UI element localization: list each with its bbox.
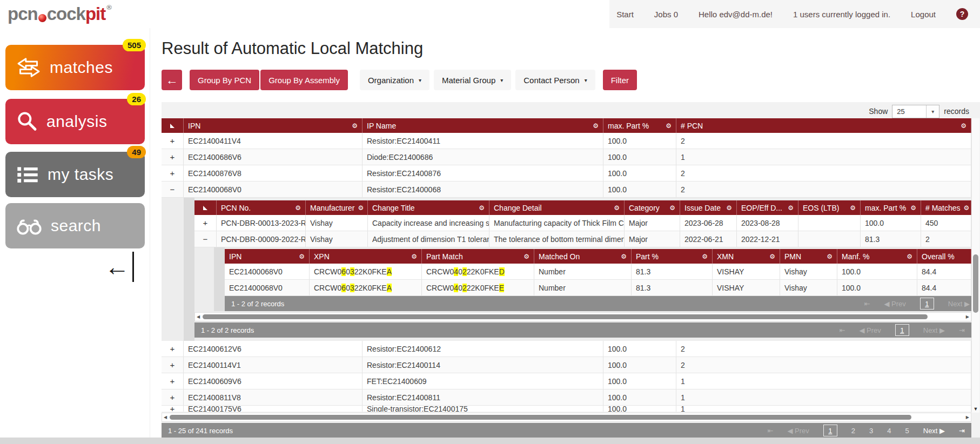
page-size-select[interactable]: 25 ▾ [892,105,939,118]
table-row[interactable]: + EC21400686V6 Diode:EC21400686 100.0 1 [162,149,971,165]
col-header-ipn[interactable]: IPN⚙ [225,249,310,264]
collapse-all-header[interactable] [194,200,217,215]
page-5-button[interactable]: 5 [905,427,909,435]
gear-icon[interactable]: ⚙ [295,204,301,212]
page-4-button[interactable]: 4 [887,427,891,435]
row-expander[interactable]: + [162,165,184,181]
scroll-left-icon[interactable]: ◀ [197,313,200,321]
row-expander[interactable]: + [162,373,184,389]
col-header-part-pct[interactable]: Part %⚙ [632,249,713,264]
pcn-horizontal-scrollbar[interactable]: ◀ ▶ [194,312,971,321]
col-header-category[interactable]: Category⚙ [625,200,680,215]
gear-icon[interactable]: ⚙ [702,253,708,260]
gear-icon[interactable]: ⚙ [850,204,856,212]
sidebar-item-my-tasks[interactable]: my tasks 49 [5,152,145,197]
prev-page-button[interactable]: ◀ Prev [787,427,809,435]
match-table-row[interactable]: EC21400068V0 CRCW060322K0FKEA CRCW040222… [225,264,971,280]
row-expander[interactable]: + [162,389,184,405]
col-header-xmn[interactable]: XMN⚙ [713,249,780,264]
page-2-button[interactable]: 2 [851,427,855,435]
vertical-scrollbar[interactable]: ▼ [971,118,979,413]
col-header-max-part[interactable]: max. Part %⚙ [861,200,921,215]
table-row[interactable]: + EC21400175V6 Single-transistor:EC21400… [162,406,971,412]
scroll-left-icon[interactable]: ◀ [164,413,167,421]
col-header-ipn[interactable]: IPN ⚙ [184,118,363,133]
col-header-change-detail[interactable]: Change Detail⚙ [489,200,625,215]
page-1-button[interactable]: 1 [895,324,909,336]
gear-icon[interactable]: ⚙ [666,122,672,130]
page-1-button[interactable]: 1 [920,298,934,310]
prev-page-button[interactable]: ◀ Prev [859,326,881,334]
col-header-matched-on[interactable]: Matched On⚙ [534,249,632,264]
gear-icon[interactable]: ⚙ [961,122,966,130]
row-expander[interactable]: + [194,215,217,231]
gear-icon[interactable]: ⚙ [907,253,912,260]
table-row[interactable]: + EC21400876V8 Resistor:EC21400876 100.0… [162,165,971,181]
scroll-down-icon[interactable]: ▼ [972,406,979,412]
col-header-eop[interactable]: EOP/Eff D...⚙ [737,200,798,215]
col-header-manufacturer[interactable]: Manufacturer⚙ [306,200,368,215]
pcn-table-row[interactable]: + PCN-DBR-00013-2023-REV-0 Vishay Capaci… [194,215,971,231]
group-by-pcn-button[interactable]: Group By PCN [190,70,259,90]
gear-icon[interactable]: ⚙ [621,253,627,260]
col-header-pmn[interactable]: PMN⚙ [780,249,837,264]
col-header-manf-pct[interactable]: Manf. %⚙ [837,249,917,264]
col-header-max-part[interactable]: max. Part % ⚙ [603,118,676,133]
table-row[interactable]: + EC21400411V4 Resistor:EC21400411 100.0… [162,133,971,149]
table-row[interactable]: + EC21400811V8 Resistor:EC21400811 100.0… [162,389,971,406]
gear-icon[interactable]: ⚙ [358,204,364,212]
filter-button[interactable]: Filter [603,70,637,90]
table-row[interactable]: + EC21400609V6 FET:EC21400609 100.0 1 [162,373,971,389]
next-page-button[interactable]: Next ▶ [948,300,970,308]
row-expander[interactable]: − [194,231,217,247]
group-by-assembly-button[interactable]: Group By Assembly [260,70,348,90]
gear-icon[interactable]: ⚙ [614,204,620,212]
help-icon[interactable]: ? [956,8,968,20]
page-1-button[interactable]: 1 [823,425,837,436]
gear-icon[interactable]: ⚙ [299,253,305,260]
first-page-button[interactable]: ⇤ [864,300,870,308]
first-page-button[interactable]: ⇤ [768,427,774,435]
gear-icon[interactable]: ⚙ [411,253,417,260]
gear-icon[interactable]: ⚙ [964,204,970,212]
main-horizontal-scrollbar[interactable]: ◀ ▶ [162,413,971,422]
sidebar-item-matches[interactable]: matches 505 [5,45,145,90]
page-3-button[interactable]: 3 [869,427,873,435]
pcn-table-row[interactable]: − PCN-DBR-00009-2022-REV-0 Vishay Adjust… [194,231,971,247]
gear-icon[interactable]: ⚙ [769,253,775,260]
last-page-button[interactable]: ⇥ [959,326,965,334]
scroll-right-icon[interactable]: ▶ [966,413,969,421]
gear-icon[interactable]: ⚙ [726,204,732,212]
collapse-all-header[interactable] [162,118,184,133]
nav-start[interactable]: Start [616,10,634,19]
gear-icon[interactable]: ⚙ [827,253,833,260]
row-expander[interactable]: + [162,149,184,165]
row-expander[interactable]: − [162,181,184,197]
col-header-num-pcn[interactable]: # PCN ⚙ [676,118,971,133]
scrollbar-thumb[interactable] [203,314,928,319]
col-header-num-matches[interactable]: # Matches⚙ [921,200,971,215]
prev-page-button[interactable]: ◀ Prev [884,300,905,308]
col-header-pcn-no[interactable]: PCN No.⚙ [217,200,306,215]
scrollbar-thumb[interactable] [973,254,978,313]
scrollbar-thumb[interactable] [170,415,911,420]
table-row[interactable]: + EC21400612V6 Resistor:EC21400612 100.0… [162,341,971,357]
nav-logout[interactable]: Logout [911,10,936,19]
scroll-right-icon[interactable]: ▶ [966,313,969,321]
row-expander[interactable]: + [162,406,184,412]
gear-icon[interactable]: ⚙ [910,204,916,212]
table-row[interactable]: + EC21400114V1 Resistor:EC21400114 100.0… [162,357,971,373]
col-header-eos[interactable]: EOS (LTB)⚙ [798,200,861,215]
organization-dropdown[interactable]: Organization ▾ [360,70,429,90]
next-page-button[interactable]: Next ▶ [923,427,945,435]
col-header-part-match[interactable]: Part Match⚙ [422,249,534,264]
row-expander[interactable]: + [162,133,184,149]
last-page-button[interactable]: ⇥ [959,427,965,435]
row-expander[interactable]: + [162,357,184,373]
contact-person-dropdown[interactable]: Contact Person ▾ [515,70,595,90]
sidebar-item-analysis[interactable]: analysis 26 [5,99,145,144]
table-row[interactable]: − EC21400068V0 Resistor:EC21400068 100.0… [162,181,971,198]
sidebar-item-search[interactable]: search [5,203,145,248]
col-header-change-title[interactable]: Change Title⚙ [368,200,489,215]
gear-icon[interactable]: ⚙ [352,122,358,130]
